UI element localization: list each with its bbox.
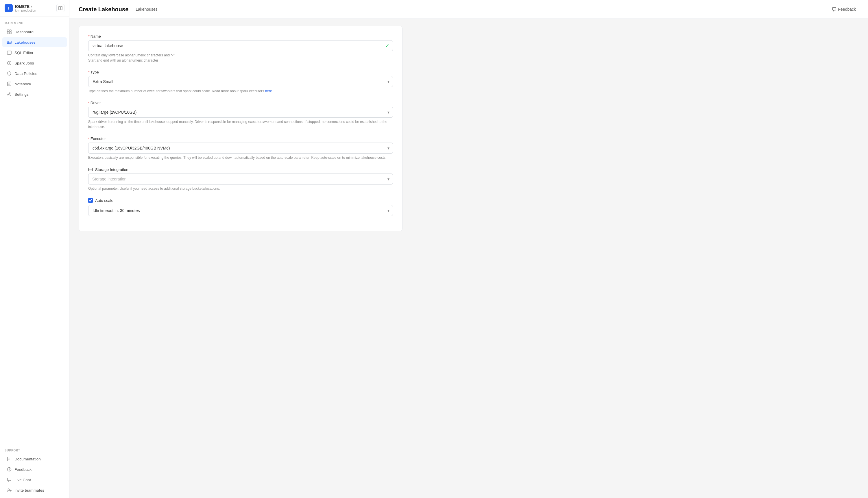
svg-rect-0 (59, 6, 60, 10)
documentation-icon (7, 457, 12, 461)
topbar: Create Lakehouse Lakehouses Feedback (69, 0, 868, 19)
storage-hint: Optional parameter. Useful if you need a… (88, 186, 393, 191)
executor-select-wrapper: c5d.4xlarge (16vCPU/32GB/400GB NVMe) c5d… (88, 143, 393, 154)
support-label: SUPPORT (0, 444, 69, 454)
live-chat-icon (7, 477, 12, 482)
sidebar-item-label: Dashboard (14, 30, 34, 34)
idle-timeout-wrapper: Idle timeout in: 15 minutes Idle timeout… (88, 205, 393, 216)
name-input-wrapper: ✓ (88, 40, 393, 51)
svg-rect-5 (10, 32, 11, 34)
autoscale-row: Auto scale (88, 198, 393, 203)
driver-label: * Driver (88, 101, 393, 105)
sidebar-item-label: Data Policies (14, 71, 37, 76)
sidebar-item-feedback[interactable]: Feedback (2, 464, 67, 474)
dashboard-icon (7, 29, 12, 34)
autoscale-group: Auto scale Idle timeout in: 15 minutes I… (88, 198, 393, 216)
driver-select[interactable]: r6g.large (2vCPU/16GB) r6g.xlarge (4vCPU… (88, 107, 393, 118)
driver-required-star: * (88, 101, 90, 105)
svg-rect-2 (7, 30, 9, 31)
type-required-star: * (88, 70, 90, 74)
create-lakehouse-form: * Name ✓ Contain only lowercase alphanum… (79, 26, 402, 231)
brand-logo[interactable]: I IOMETE ▾ iom-production (5, 4, 36, 12)
breadcrumb-lakehouses[interactable]: Lakehouses (136, 7, 158, 12)
layout-icon (58, 6, 63, 10)
sidebar-item-data-policies[interactable]: Data Policies (2, 68, 67, 78)
name-input[interactable] (88, 40, 393, 51)
sql-editor-icon (7, 50, 12, 55)
sidebar-item-label: Spark Jobs (14, 61, 34, 65)
svg-point-28 (8, 489, 10, 490)
sidebar-item-label: Feedback (14, 467, 31, 472)
sidebar-item-label: Live Chat (14, 478, 31, 482)
executor-label: * Executor (88, 136, 393, 141)
sidebar-item-label: Documentation (14, 457, 41, 461)
idle-timeout-select[interactable]: Idle timeout in: 15 minutes Idle timeout… (88, 205, 393, 216)
lakehouses-icon (7, 40, 12, 44)
type-group: * Type Extra Small Small Medium Large Ex… (88, 70, 393, 94)
svg-rect-1 (61, 6, 62, 10)
executor-hint: Executors basically are responsible for … (88, 155, 393, 160)
driver-hint: Spark driver is running all the time unt… (88, 119, 393, 130)
sidebar-item-label: Notebook (14, 82, 31, 86)
page-title: Create Lakehouse (79, 6, 129, 13)
notebook-icon (7, 81, 12, 86)
type-select-wrapper: Extra Small Small Medium Large Extra Lar… (88, 76, 393, 87)
content-area: * Name ✓ Contain only lowercase alphanum… (69, 19, 868, 498)
name-label: * Name (88, 34, 393, 38)
sidebar-item-notebook[interactable]: Notebook (2, 79, 67, 89)
name-required-star: * (88, 35, 90, 38)
driver-select-wrapper: r6g.large (2vCPU/16GB) r6g.xlarge (4vCPU… (88, 107, 393, 118)
storage-select-wrapper: ▾ Storage integration (88, 173, 393, 184)
autoscale-checkbox[interactable] (88, 198, 93, 203)
sidebar-item-label: Lakehouses (14, 40, 36, 44)
svg-rect-4 (7, 32, 9, 34)
invite-teammates-icon (7, 488, 12, 493)
svg-point-27 (9, 470, 10, 471)
sidebar-item-label: Invite teammates (14, 488, 44, 493)
settings-icon (7, 92, 12, 96)
main-menu-label: MAIN MENU (0, 16, 69, 27)
sidebar-item-documentation[interactable]: Documentation (2, 454, 67, 464)
type-hint-link[interactable]: here (265, 89, 272, 93)
topbar-divider (132, 6, 132, 12)
storage-select[interactable] (88, 173, 393, 184)
executor-select[interactable]: c5d.4xlarge (16vCPU/32GB/400GB NVMe) c5d… (88, 143, 393, 154)
svg-line-15 (9, 63, 10, 64)
data-policies-icon (7, 71, 12, 76)
sidebar-item-dashboard[interactable]: Dashboard (2, 27, 67, 37)
svg-rect-9 (7, 51, 11, 54)
sidebar-item-settings[interactable]: Settings (2, 89, 67, 99)
feedback-button-label: Feedback (838, 7, 856, 12)
sidebar-item-spark-jobs[interactable]: Spark Jobs (2, 58, 67, 68)
driver-group: * Driver r6g.large (2vCPU/16GB) r6g.xlar… (88, 101, 393, 130)
type-label: * Type (88, 70, 393, 74)
brand-name: IOMETE ▾ (15, 4, 36, 9)
svg-rect-31 (89, 168, 93, 171)
feedback-icon (7, 467, 12, 472)
sidebar-item-label: Settings (14, 92, 29, 96)
sidebar-toggle-button[interactable] (56, 4, 65, 12)
svg-point-20 (9, 94, 10, 95)
sidebar-item-lakehouses[interactable]: Lakehouses (2, 37, 67, 47)
name-group: * Name ✓ Contain only lowercase alphanum… (88, 34, 393, 63)
brand-subtitle: iom-production (15, 9, 36, 12)
spark-jobs-icon (7, 61, 12, 65)
svg-rect-3 (10, 30, 11, 31)
sidebar-item-invite-teammates[interactable]: Invite teammates (2, 485, 67, 495)
brand-info: IOMETE ▾ iom-production (15, 4, 36, 12)
type-select[interactable]: Extra Small Small Medium Large Extra Lar… (88, 76, 393, 87)
type-hint: Type defines the maximum number of execu… (88, 89, 393, 94)
executor-group: * Executor c5d.4xlarge (16vCPU/32GB/400G… (88, 136, 393, 160)
main-content: Create Lakehouse Lakehouses Feedback * N… (69, 0, 868, 498)
sidebar-item-live-chat[interactable]: Live Chat (2, 475, 67, 485)
storage-icon (88, 167, 93, 172)
autoscale-label[interactable]: Auto scale (95, 198, 113, 203)
executor-required-star: * (88, 137, 90, 141)
name-hint: Contain only lowercase alphanumeric char… (88, 53, 393, 63)
sidebar-item-sql-editor[interactable]: SQL Editor (2, 48, 67, 57)
feedback-button[interactable]: Feedback (829, 5, 859, 13)
sidebar-header: I IOMETE ▾ iom-production (0, 0, 69, 16)
name-check-icon: ✓ (385, 42, 389, 49)
storage-group: Storage Integration ▾ Storage integratio… (88, 167, 393, 191)
topbar-left: Create Lakehouse Lakehouses (79, 6, 158, 13)
